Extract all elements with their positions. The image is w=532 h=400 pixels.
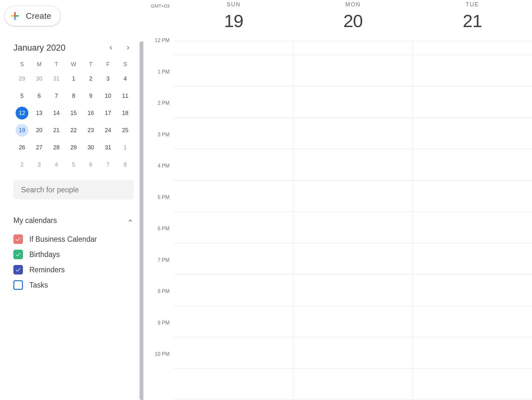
grid-cell[interactable] <box>174 86 293 118</box>
grid-cell[interactable] <box>413 149 532 181</box>
mini-calendar-day[interactable]: 4 <box>119 72 132 85</box>
grid-cell[interactable] <box>413 55 532 87</box>
calendar-checkbox[interactable] <box>13 280 23 290</box>
grid-cell[interactable] <box>174 118 293 149</box>
day-header[interactable]: TUE21 <box>413 0 532 41</box>
mini-calendar-day[interactable]: 7 <box>102 158 114 171</box>
mini-calendar-day[interactable]: 9 <box>84 89 97 102</box>
grid-cell[interactable] <box>174 181 293 212</box>
mini-calendar-day[interactable]: 30 <box>33 72 46 85</box>
mini-calendar-day[interactable]: 18 <box>119 107 132 119</box>
mini-calendar-day[interactable]: 2 <box>84 72 97 85</box>
grid-cell[interactable] <box>174 41 293 55</box>
mini-calendar-day[interactable]: 23 <box>84 124 97 137</box>
search-people-input[interactable] <box>20 185 127 195</box>
mini-calendar-day[interactable]: 6 <box>84 158 97 171</box>
grid-cell[interactable] <box>293 212 413 243</box>
mini-calendar-day[interactable]: 19 <box>16 124 28 137</box>
mini-calendar-day[interactable]: 30 <box>84 141 97 154</box>
grid-body[interactable] <box>174 41 532 400</box>
mini-calendar-day[interactable]: 13 <box>33 107 46 119</box>
mini-calendar-day[interactable]: 29 <box>16 72 28 85</box>
grid-cell[interactable] <box>293 118 413 149</box>
calendar-item[interactable]: Reminders <box>13 265 134 275</box>
mini-calendar-day[interactable]: 6 <box>33 89 46 102</box>
grid-cell[interactable] <box>174 306 293 338</box>
scroll-indicator[interactable] <box>140 41 143 400</box>
mini-calendar-day[interactable]: 3 <box>102 72 114 85</box>
mini-calendar-day[interactable]: 1 <box>67 72 80 85</box>
grid-cell[interactable] <box>413 41 532 55</box>
grid-cell[interactable] <box>413 86 532 118</box>
mini-calendar-day[interactable]: 5 <box>16 89 28 102</box>
mini-calendar-day[interactable]: 26 <box>16 141 28 154</box>
calendar-item[interactable]: If Business Calendar <box>13 234 134 244</box>
calendar-checkbox[interactable] <box>13 265 23 275</box>
search-people-box[interactable] <box>13 180 134 200</box>
grid-cell[interactable] <box>413 337 532 369</box>
day-column[interactable] <box>413 41 532 400</box>
mini-calendar-day[interactable]: 24 <box>102 124 114 137</box>
create-button[interactable]: Create <box>4 6 61 26</box>
grid-cell[interactable] <box>413 118 532 149</box>
grid-cell[interactable] <box>293 275 413 306</box>
calendar-item[interactable]: Tasks <box>13 280 134 290</box>
mini-calendar-day[interactable]: 27 <box>33 141 46 154</box>
grid-cell[interactable] <box>293 337 413 369</box>
mini-calendar-day[interactable]: 15 <box>67 107 80 119</box>
grid-cell[interactable] <box>293 86 413 118</box>
day-header[interactable]: SUN19 <box>174 0 293 41</box>
grid-cell[interactable] <box>174 55 293 87</box>
mini-calendar-day[interactable]: 21 <box>50 124 63 137</box>
mini-calendar-day[interactable]: 4 <box>50 158 63 171</box>
mini-calendar-day[interactable]: 22 <box>67 124 80 137</box>
grid-cell[interactable] <box>174 275 293 306</box>
day-header[interactable]: MON20 <box>293 0 413 41</box>
grid-cell[interactable] <box>293 55 413 87</box>
mini-calendar-day[interactable]: 25 <box>119 124 132 137</box>
grid-cell[interactable] <box>293 181 413 212</box>
mini-calendar-day[interactable]: 12 <box>16 107 28 119</box>
grid-cell[interactable] <box>413 275 532 306</box>
mini-calendar-day[interactable]: 31 <box>50 72 63 85</box>
next-month-button[interactable] <box>122 42 134 54</box>
mini-calendar-day[interactable]: 29 <box>67 141 80 154</box>
grid-cell[interactable] <box>293 243 413 275</box>
mini-calendar-day[interactable]: 7 <box>50 89 63 102</box>
calendar-checkbox[interactable] <box>13 250 23 259</box>
grid-cell[interactable] <box>413 243 532 275</box>
grid-cell[interactable] <box>174 337 293 369</box>
day-column[interactable] <box>293 41 413 400</box>
mini-calendar-day[interactable]: 11 <box>119 89 132 102</box>
my-calendars-toggle[interactable]: My calendars <box>13 216 134 225</box>
mini-calendar-day[interactable]: 2 <box>16 158 28 171</box>
mini-calendar-day[interactable]: 17 <box>102 107 114 119</box>
mini-calendar-day[interactable]: 28 <box>50 141 63 154</box>
calendar-checkbox[interactable] <box>13 234 23 244</box>
calendar-item[interactable]: Birthdays <box>13 250 134 259</box>
grid-cell[interactable] <box>413 212 532 243</box>
grid-cell[interactable] <box>413 306 532 338</box>
prev-month-button[interactable] <box>105 42 117 54</box>
grid-cell[interactable] <box>293 306 413 338</box>
mini-calendar-day[interactable]: 1 <box>119 141 132 154</box>
mini-calendar-day[interactable]: 8 <box>119 158 132 171</box>
mini-calendar-day[interactable]: 8 <box>67 89 80 102</box>
grid-cell[interactable] <box>293 369 413 400</box>
mini-calendar-day[interactable]: 3 <box>33 158 46 171</box>
mini-calendar-day[interactable]: 5 <box>67 158 80 171</box>
grid-cell[interactable] <box>174 369 293 400</box>
grid-cell[interactable] <box>413 181 532 212</box>
grid-cell[interactable] <box>413 369 532 400</box>
day-column[interactable] <box>174 41 293 400</box>
grid-cell[interactable] <box>293 41 413 55</box>
mini-calendar-day[interactable]: 31 <box>102 141 114 154</box>
mini-calendar-day[interactable]: 10 <box>102 89 114 102</box>
mini-calendar-day[interactable]: 14 <box>50 107 63 119</box>
grid-cell[interactable] <box>174 243 293 275</box>
grid-cell[interactable] <box>174 149 293 181</box>
grid-cell[interactable] <box>293 149 413 181</box>
mini-calendar-day[interactable]: 16 <box>84 107 97 119</box>
mini-calendar-day[interactable]: 20 <box>33 124 46 137</box>
grid-cell[interactable] <box>174 212 293 243</box>
